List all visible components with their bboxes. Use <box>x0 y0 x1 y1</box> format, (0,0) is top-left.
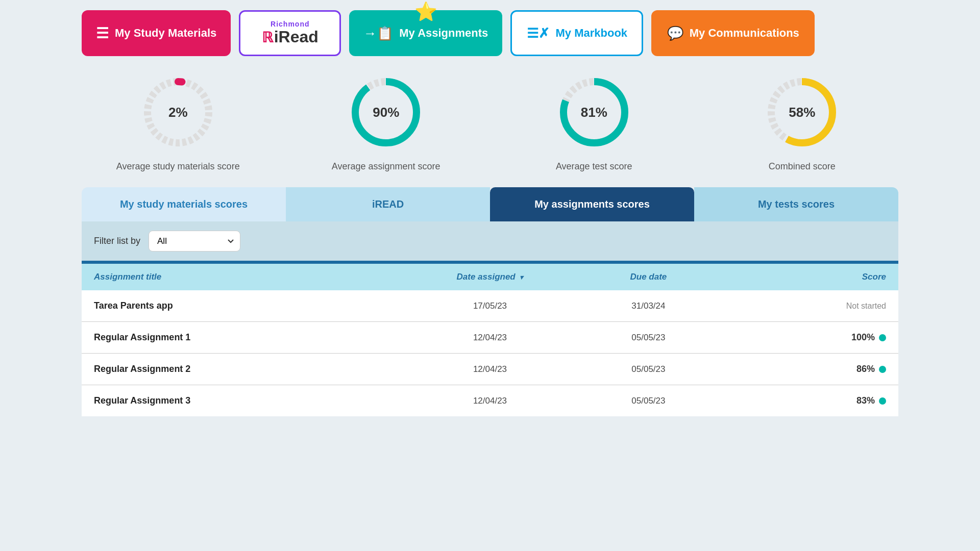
tabs-row: My study materials scores iREAD My assig… <box>82 187 898 221</box>
filter-row: Filter list by All Completed In Progress… <box>82 221 898 261</box>
markbook-button[interactable]: ☰✗ My Markbook <box>510 10 643 56</box>
row-date-assigned: 17/05/23 <box>411 301 569 311</box>
row-due-date: 31/03/24 <box>569 301 727 311</box>
th-date-assigned: Date assigned ▾ <box>411 272 569 282</box>
row-due-date: 05/05/23 <box>569 364 727 374</box>
test-score-card: 81% Average test score <box>498 71 691 172</box>
filter-select[interactable]: All Completed In Progress Not started <box>149 231 240 252</box>
communications-label: My Communications <box>690 27 799 40</box>
table-row: Tarea Parents app 17/05/23 31/03/24 Not … <box>82 290 898 322</box>
nav-buttons: ☰ My Study Materials Richmond ℝ iRead ⭐ … <box>82 10 898 56</box>
assignment-donut: 90% <box>345 71 427 153</box>
tab-assignments[interactable]: My assignments scores <box>490 187 694 221</box>
assignment-score-title: Average assignment score <box>332 161 440 172</box>
row-title: Tarea Parents app <box>94 300 411 311</box>
test-pct-label: 81% <box>581 105 607 120</box>
row-date-assigned: 12/04/23 <box>411 333 569 343</box>
communications-icon: 💬 <box>667 26 683 41</box>
combined-pct-label: 58% <box>789 105 815 120</box>
score-dot-icon <box>879 397 886 405</box>
th-title: Assignment title <box>94 272 411 282</box>
study-materials-icon: ☰ <box>96 25 109 42</box>
row-score: 86% <box>728 364 886 374</box>
row-score: Not started <box>728 302 886 311</box>
assignment-score-card: 90% Average assignment score <box>290 71 483 172</box>
tab-iread[interactable]: iREAD <box>286 187 490 221</box>
iread-button[interactable]: Richmond ℝ iRead <box>239 10 341 56</box>
row-score: 100% <box>728 332 886 343</box>
row-date-assigned: 12/04/23 <box>411 396 569 406</box>
combined-donut: 58% <box>761 71 843 153</box>
markbook-icon: ☰✗ <box>527 26 550 41</box>
score-dot-icon <box>879 366 886 373</box>
row-score: 83% <box>728 395 886 406</box>
study-donut: 2% <box>137 71 219 153</box>
row-due-date: 05/05/23 <box>569 396 727 406</box>
combined-score-card: 58% Combined score <box>706 71 899 172</box>
study-score-title: Average study materials score <box>116 161 240 172</box>
iread-text: iRead <box>274 28 318 46</box>
table-area: Filter list by All Completed In Progress… <box>82 221 898 416</box>
communications-button[interactable]: 💬 My Communications <box>651 10 815 56</box>
test-donut: 81% <box>553 71 635 153</box>
score-cards: 2% Average study materials score 90% Ave… <box>82 71 898 172</box>
iread-r-icon: ℝ <box>262 30 273 46</box>
study-materials-button[interactable]: ☰ My Study Materials <box>82 10 231 56</box>
study-score-card: 2% Average study materials score <box>82 71 275 172</box>
table-body: Tarea Parents app 17/05/23 31/03/24 Not … <box>82 290 898 416</box>
score-dot-icon <box>879 334 886 341</box>
assignment-pct-label: 90% <box>373 105 399 120</box>
sort-icon: ▾ <box>520 273 523 281</box>
main-container: ☰ My Study Materials Richmond ℝ iRead ⭐ … <box>0 0 980 427</box>
table-header: Assignment title Date assigned ▾ Due dat… <box>82 264 898 290</box>
test-score-title: Average test score <box>556 161 632 172</box>
iread-logo: Richmond ℝ iRead <box>262 20 318 46</box>
row-due-date: 05/05/23 <box>569 333 727 343</box>
assignments-label: My Assignments <box>399 27 488 40</box>
table-row: Regular Assignment 1 12/04/23 05/05/23 1… <box>82 322 898 354</box>
tab-study-materials[interactable]: My study materials scores <box>82 187 286 221</box>
tab-tests[interactable]: My tests scores <box>694 187 898 221</box>
assignments-arrow-icon: →📋 <box>363 26 393 41</box>
star-badge-icon: ⭐ <box>414 1 437 22</box>
th-score: Score <box>728 272 886 282</box>
th-due-date: Due date <box>569 272 727 282</box>
filter-label: Filter list by <box>94 236 140 246</box>
table-row: Regular Assignment 2 12/04/23 05/05/23 8… <box>82 354 898 385</box>
study-pct-label: 2% <box>168 105 188 120</box>
row-title: Regular Assignment 1 <box>94 332 411 343</box>
row-title: Regular Assignment 2 <box>94 364 411 374</box>
assignments-button[interactable]: ⭐ →📋 My Assignments <box>349 10 502 56</box>
markbook-label: My Markbook <box>556 27 628 40</box>
richmond-label: Richmond <box>271 20 309 28</box>
table-row: Regular Assignment 3 12/04/23 05/05/23 8… <box>82 385 898 416</box>
row-date-assigned: 12/04/23 <box>411 364 569 374</box>
combined-score-title: Combined score <box>769 161 836 172</box>
row-title: Regular Assignment 3 <box>94 395 411 406</box>
study-materials-label: My Study Materials <box>115 27 216 40</box>
